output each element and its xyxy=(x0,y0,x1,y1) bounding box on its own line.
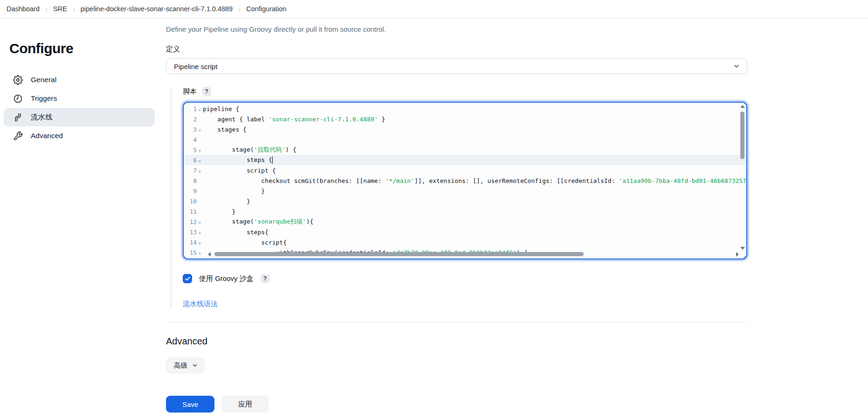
editor-horizontal-scrollbar[interactable] xyxy=(208,251,739,258)
groovy-sandbox-checkbox[interactable] xyxy=(183,274,192,283)
sidebar-item-general[interactable]: General xyxy=(4,70,155,89)
code-line[interactable]: 10 } xyxy=(184,196,739,206)
breadcrumb-dashboard[interactable]: Dashboard xyxy=(7,5,40,13)
scroll-up-icon[interactable] xyxy=(740,105,745,108)
fold-chevron-icon[interactable]: ∨ xyxy=(197,157,203,163)
advanced-toggle-button[interactable]: 高级 xyxy=(166,357,205,373)
page-title: Configure xyxy=(9,41,158,56)
gear-icon xyxy=(13,75,23,85)
breadcrumb-separator-icon: › xyxy=(73,5,75,13)
fold-spacer xyxy=(197,201,203,202)
sidebar-item-pipeline[interactable]: 流水线 xyxy=(4,108,155,126)
sandbox-help-button[interactable]: ? xyxy=(261,274,270,283)
advanced-toggle-label: 高级 xyxy=(174,361,187,370)
fold-spacer xyxy=(197,211,203,212)
fold-chevron-icon[interactable]: ∨ xyxy=(197,229,203,235)
horizontal-scroll-thumb[interactable] xyxy=(214,252,584,256)
advanced-heading: Advanced xyxy=(166,336,747,347)
fold-chevron-icon[interactable]: ∨ xyxy=(197,168,203,174)
fold-chevron-icon[interactable]: ∨ xyxy=(197,250,203,256)
scroll-left-icon[interactable] xyxy=(208,252,211,257)
apply-button[interactable]: 应用 xyxy=(222,396,269,413)
definition-label: 定义 xyxy=(166,45,747,54)
resize-grip-icon[interactable] xyxy=(741,253,746,258)
fold-spacer xyxy=(197,190,203,192)
pipeline-script-editor[interactable]: 1∨pipeline {2 agent { label 'sonar-scann… xyxy=(183,102,747,259)
sidebar-item-advanced[interactable]: Advanced xyxy=(4,126,155,145)
code-line[interactable]: 7∨ script { xyxy=(184,165,739,175)
fold-spacer xyxy=(197,180,203,182)
fold-spacer xyxy=(197,139,203,140)
script-help-button[interactable]: ? xyxy=(202,87,211,96)
sidebar-item-triggers[interactable]: Triggers xyxy=(4,89,155,108)
code-line[interactable]: 6∨ steps { xyxy=(184,155,746,165)
fold-chevron-icon[interactable]: ∨ xyxy=(197,126,203,133)
fold-chevron-icon[interactable]: ∨ xyxy=(197,239,203,245)
pipeline-config-main: Define your Pipeline using Groovy direct… xyxy=(158,18,747,413)
scroll-right-icon[interactable] xyxy=(736,252,739,257)
wrench-icon xyxy=(13,131,23,141)
editor-vertical-scrollbar[interactable] xyxy=(739,104,745,251)
scroll-down-icon[interactable] xyxy=(740,247,745,250)
definition-select[interactable]: Pipeline script xyxy=(166,58,747,74)
pipeline-icon xyxy=(13,112,23,122)
code-lines: 1∨pipeline {2 agent { label 'sonar-scann… xyxy=(184,104,739,258)
sidebar-item-label: Advanced xyxy=(31,132,63,140)
groovy-sandbox-label: 使用 Groovy 沙盒 xyxy=(199,274,254,283)
fold-chevron-icon[interactable]: ∨ xyxy=(197,219,203,225)
breadcrumb-sre[interactable]: SRE xyxy=(53,5,67,13)
code-line[interactable]: 1∨pipeline { xyxy=(184,104,739,114)
code-line[interactable]: 2 agent { label 'sonar-scanner-cli-7.1.0… xyxy=(184,114,739,124)
fold-spacer xyxy=(197,119,203,120)
clock-icon xyxy=(13,94,23,104)
check-icon xyxy=(185,276,191,282)
breadcrumb-separator-icon: › xyxy=(45,5,48,13)
code-line[interactable]: 13∨ steps{ xyxy=(184,227,739,237)
script-section: 脚本 ? 1∨pipeline {2 agent { label 'sonar-… xyxy=(171,87,747,308)
sidebar-item-label: General xyxy=(31,76,56,84)
fold-chevron-icon[interactable]: ∨ xyxy=(197,106,203,112)
vertical-scroll-thumb[interactable] xyxy=(740,112,744,159)
code-line[interactable]: 14∨ script{ xyxy=(184,237,739,247)
chevron-down-icon xyxy=(192,362,198,369)
code-line[interactable]: 5∨ stage('拉取代码') { xyxy=(184,145,739,155)
config-sidebar: Configure General Triggers 流水线 xyxy=(0,18,158,413)
code-line[interactable]: 3∨ stages { xyxy=(184,124,739,134)
breadcrumb-configuration[interactable]: Configuration xyxy=(246,5,286,13)
script-label: 脚本 xyxy=(183,87,197,96)
code-line[interactable]: 11 } xyxy=(184,206,739,217)
fold-chevron-icon[interactable]: ∨ xyxy=(197,147,203,153)
text-caret xyxy=(272,156,273,164)
section-divider xyxy=(166,322,747,322)
pipeline-syntax-link[interactable]: 流水线语法 xyxy=(183,300,218,308)
config-nav: General Triggers 流水线 Advanced xyxy=(0,70,158,145)
sidebar-item-label: Triggers xyxy=(31,94,57,103)
code-line[interactable]: 12∨ stage('sonarqube扫描'){ xyxy=(184,217,739,227)
save-button[interactable]: Save xyxy=(166,396,214,413)
breadcrumb: Dashboard › SRE › pipeline-docker-slave-… xyxy=(0,0,868,18)
code-line[interactable]: 9 } xyxy=(184,186,739,196)
code-line[interactable]: 4 xyxy=(184,134,739,145)
pipeline-help-text: Define your Pipeline using Groovy direct… xyxy=(166,25,747,33)
code-line[interactable]: 8 checkout scmGit(branches: [[name: '*/m… xyxy=(184,175,739,186)
sidebar-item-label: 流水线 xyxy=(31,112,53,122)
chevron-down-icon xyxy=(733,63,740,70)
definition-select-value: Pipeline script xyxy=(174,63,217,70)
breadcrumb-job-name[interactable]: pipeline-docker-slave-sonar-scanner-cli-… xyxy=(81,5,233,13)
breadcrumb-separator-icon: › xyxy=(238,5,241,13)
